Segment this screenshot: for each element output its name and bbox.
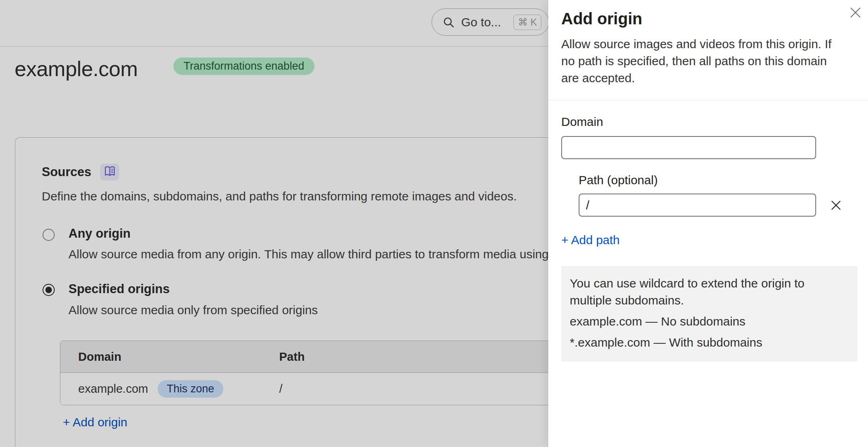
hint-text: You can use wildcard to extend the origi…: [570, 275, 849, 309]
panel-title: Add origin: [561, 10, 642, 28]
domain-field-label: Domain: [561, 115, 603, 129]
hint-example-with-subdomains: *.example.com — With subdomains: [570, 334, 849, 351]
hint-example-no-subdomains: example.com — No subdomains: [570, 313, 849, 330]
remove-icon: [829, 198, 843, 213]
close-icon: [849, 6, 862, 21]
path-input[interactable]: [579, 194, 816, 217]
panel-description: Allow source images and videos from this…: [561, 36, 845, 87]
domain-input[interactable]: [561, 136, 816, 159]
remove-path-button[interactable]: [828, 198, 844, 214]
modal-dim-overlay[interactable]: [0, 0, 548, 447]
wildcard-hint-box: You can use wildcard to extend the origi…: [561, 266, 857, 362]
path-field-label: Path (optional): [579, 173, 658, 187]
close-button[interactable]: [847, 5, 864, 21]
add-path-link[interactable]: + Add path: [561, 233, 620, 247]
add-origin-panel: Add origin Allow source images and video…: [548, 0, 868, 447]
panel-divider: [548, 100, 868, 100]
